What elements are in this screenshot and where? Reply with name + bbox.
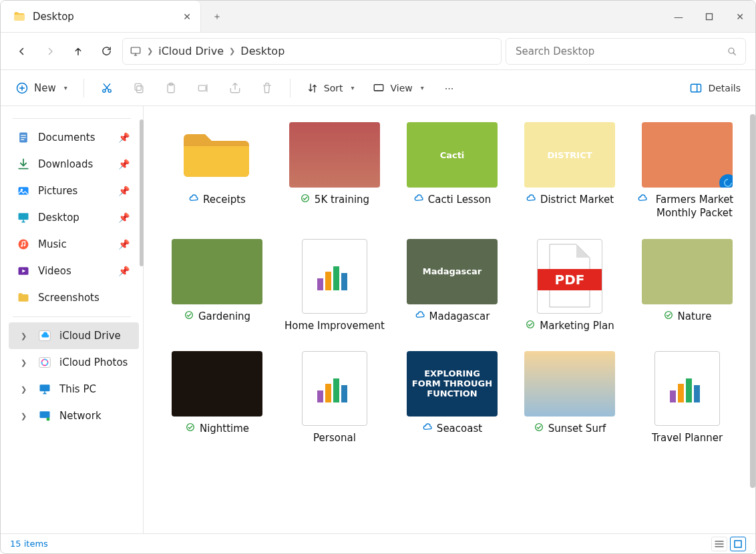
svg-rect-37 <box>317 390 323 402</box>
sort-button[interactable]: Sort ▾ <box>300 76 361 100</box>
chevron-right-icon[interactable]: ❯ <box>21 412 30 421</box>
folder-thumbnail <box>172 122 262 188</box>
svg-point-35 <box>665 311 672 318</box>
image-thumbnail <box>524 351 615 417</box>
share-button[interactable] <box>222 76 248 100</box>
pin-icon: 📌 <box>118 266 130 276</box>
thumbnails-view-toggle[interactable] <box>730 537 746 551</box>
details-view-toggle[interactable] <box>711 537 727 551</box>
svg-rect-38 <box>325 384 331 402</box>
file-grid[interactable]: Receipts 5K trainingCacti Cacti LessonDI… <box>144 106 755 445</box>
details-button[interactable]: Details <box>683 76 747 100</box>
minimize-button[interactable]: — <box>663 1 694 32</box>
file-item[interactable]: Gardening <box>164 239 270 332</box>
delete-button[interactable] <box>254 76 280 100</box>
new-plus-icon <box>15 81 29 95</box>
sidebar-item-screenshots[interactable]: Screenshots <box>5 284 139 311</box>
file-item[interactable]: Home Improvement <box>281 239 388 332</box>
close-button[interactable]: ✕ <box>725 1 755 32</box>
breadcrumb[interactable]: ❯ iCloud Drive ❯ Desktop <box>122 38 502 65</box>
file-item[interactable]: DISTRICT District Market <box>516 122 623 220</box>
chevron-right-icon[interactable]: ❯ <box>21 332 30 340</box>
svg-rect-12 <box>691 84 701 92</box>
search-box[interactable] <box>506 38 746 65</box>
sidebar-item-label: This PC <box>59 383 96 395</box>
file-item[interactable]: Farmers Market Monthly Packet <box>634 122 741 220</box>
file-item[interactable]: Sunset Surf <box>516 351 623 445</box>
svg-point-17 <box>19 240 29 250</box>
paste-button[interactable] <box>158 76 184 100</box>
file-item[interactable]: Cacti Cacti Lesson <box>399 122 506 220</box>
back-button[interactable] <box>10 39 34 63</box>
pin-icon: 📌 <box>118 212 130 223</box>
music-icon <box>17 238 30 251</box>
svg-point-27 <box>47 418 50 421</box>
maximize-button[interactable] <box>694 1 725 32</box>
forward-button[interactable] <box>38 39 62 63</box>
close-tab-icon[interactable]: ✕ <box>183 11 191 22</box>
file-item[interactable]: Personal <box>281 351 388 445</box>
file-label: Receipts <box>203 193 246 206</box>
search-input[interactable] <box>514 45 727 58</box>
monitor-icon <box>130 45 142 57</box>
file-item[interactable]: Nighttime <box>164 351 270 445</box>
svg-point-4 <box>103 89 106 92</box>
breadcrumb-segment[interactable]: Desktop <box>240 45 285 57</box>
sidebar-item-icloud-drive[interactable]: ❯ iCloud Drive <box>9 322 139 349</box>
breadcrumb-segment[interactable]: iCloud Drive <box>158 45 224 57</box>
svg-rect-39 <box>333 378 339 402</box>
svg-rect-40 <box>341 385 347 402</box>
refresh-button[interactable] <box>94 39 118 63</box>
svg-rect-7 <box>135 83 141 90</box>
folder-icon <box>13 10 26 23</box>
view-icon <box>373 82 385 94</box>
file-item[interactable]: Receipts <box>164 122 270 220</box>
tab-desktop[interactable]: Desktop ✕ <box>1 1 201 32</box>
file-item[interactable]: Madagascar Madagascar <box>399 239 506 332</box>
svg-rect-11 <box>375 84 384 90</box>
pin-icon: 📌 <box>118 132 130 143</box>
sidebar-item-downloads[interactable]: Downloads 📌 <box>5 151 139 178</box>
file-label: Gardening <box>198 310 250 323</box>
chevron-right-icon[interactable]: ❯ <box>21 358 30 367</box>
pdf-thumbnail: PDF <box>537 239 602 314</box>
file-item[interactable]: EXPLORING FORM THROUGH FUNCTION Seacoast <box>399 351 506 445</box>
new-button[interactable]: New ▾ <box>9 76 74 100</box>
sidebar-item-documents[interactable]: Documents 📌 <box>5 124 139 151</box>
content-scrollbar[interactable] <box>750 114 755 488</box>
sidebar-item-this-pc[interactable]: ❯ This PC <box>9 376 139 402</box>
sidebar-item-label: Screenshots <box>38 292 100 304</box>
sidebar-item-label: Pictures <box>38 185 77 197</box>
svg-rect-30 <box>317 278 323 290</box>
cut-button[interactable] <box>93 76 120 100</box>
sidebar-item-desktop[interactable]: Desktop 📌 <box>5 204 139 231</box>
file-label: Cacti Lesson <box>428 193 491 206</box>
folder-icon <box>17 291 30 304</box>
file-item[interactable]: PDF Marketing Plan <box>516 239 623 332</box>
copy-button[interactable] <box>126 76 152 100</box>
sidebar-item-network[interactable]: ❯ Network <box>9 402 139 429</box>
view-button[interactable]: View ▾ <box>366 76 430 100</box>
rename-button[interactable] <box>190 76 216 100</box>
download-icon <box>17 158 30 171</box>
up-button[interactable] <box>66 39 90 63</box>
document-thumbnail <box>302 351 367 426</box>
svg-rect-31 <box>325 272 331 290</box>
file-item[interactable]: Travel Planner <box>634 351 741 445</box>
sidebar-item-label: Documents <box>38 131 96 144</box>
sidebar-item-pictures[interactable]: Pictures 📌 <box>5 178 139 204</box>
sidebar-item-icloud-photos[interactable]: ❯ iCloud Photos <box>9 349 139 376</box>
file-item[interactable]: Nature <box>634 239 741 332</box>
this-pc-icon <box>38 382 51 396</box>
sidebar-item-videos[interactable]: Videos 📌 <box>5 258 139 284</box>
svg-point-18 <box>21 245 23 247</box>
document-thumbnail <box>654 351 720 426</box>
status-bar: 15 items <box>1 533 755 553</box>
svg-rect-43 <box>678 384 684 402</box>
file-item[interactable]: 5K training <box>281 122 388 220</box>
sidebar-item-music[interactable]: Music 📌 <box>5 231 139 258</box>
more-button[interactable]: ⋯ <box>436 76 463 100</box>
tab-title: Desktop <box>33 11 74 23</box>
new-tab-button[interactable]: ＋ <box>201 1 233 32</box>
chevron-right-icon[interactable]: ❯ <box>21 385 30 394</box>
